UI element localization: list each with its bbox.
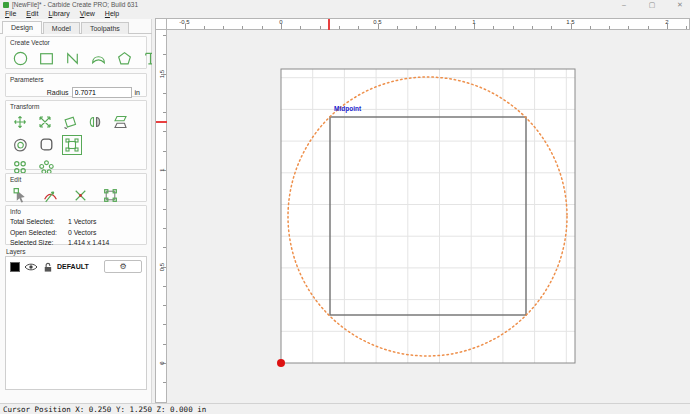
ruler-tick: [397, 26, 398, 29]
mirror-icon: [87, 114, 103, 130]
layers-title: Layers: [6, 248, 26, 255]
parameters-group: Parameters Radius in: [5, 73, 147, 97]
fillet-icon: [38, 136, 55, 153]
ruler-tick: [163, 344, 166, 345]
ruler-tick: [163, 93, 166, 94]
skew-tool-button[interactable]: [110, 112, 130, 132]
ruler-label: 1: [159, 165, 165, 175]
rectangle-icon: [38, 50, 55, 67]
app-logo-icon: [3, 2, 9, 8]
break-icon: [72, 187, 89, 204]
minimize-icon[interactable]: –: [618, 0, 630, 10]
close-icon[interactable]: ✕: [674, 0, 686, 10]
origin-marker: [277, 359, 285, 367]
stock-boundary: [281, 69, 575, 363]
tab-model[interactable]: Model: [43, 22, 80, 34]
ruler-tick: [163, 382, 166, 383]
radius-label: Radius: [47, 89, 69, 96]
trim-icon: [42, 187, 59, 204]
parameters-title: Parameters: [10, 76, 142, 83]
unlock-icon[interactable]: [42, 261, 53, 273]
mirror-tool-button[interactable]: [85, 112, 105, 132]
ruler-tick: [513, 26, 514, 29]
radius-input[interactable]: [72, 87, 132, 98]
offset-tool-button[interactable]: [10, 134, 31, 155]
edit-group: Edit: [5, 173, 147, 202]
carbide-create-window: [NewFile]* - Carbide Create PRO; Build 6…: [0, 0, 690, 414]
fillet-tool-button[interactable]: [36, 134, 57, 155]
drawing-canvas: [167, 30, 690, 403]
ruler-tick: [204, 26, 205, 29]
title-bar: [NewFile]* - Carbide Create PRO; Build 6…: [0, 0, 690, 10]
ruler-tick: [223, 26, 224, 29]
info-value: 0 Vectors: [68, 228, 96, 239]
ruler-tick: [435, 26, 436, 29]
cursor-position-readout: Cursor Position X: 0.250 Y: 1.250 Z: 0.0…: [0, 405, 206, 414]
polyline-icon: [64, 50, 81, 67]
maximize-icon[interactable]: ▢: [646, 0, 658, 10]
tab-toolpaths[interactable]: Toolpaths: [81, 22, 129, 34]
menu-help[interactable]: Help: [100, 10, 124, 18]
info-label: Open Selected:: [10, 228, 68, 239]
break-tool-button[interactable]: [70, 185, 91, 206]
ruler-tick: [609, 26, 610, 29]
info-value: 1 Vectors: [68, 217, 96, 228]
resize-tool-button[interactable]: [62, 135, 82, 155]
layer-color-swatch[interactable]: [10, 262, 20, 272]
gear-icon: ⚙: [119, 262, 126, 271]
ruler-tick: [242, 26, 243, 29]
ruler-tick: [300, 26, 301, 29]
edit-title: Edit: [10, 176, 142, 183]
ruler-tick: [416, 26, 417, 29]
info-label: Total Selected:: [10, 217, 68, 228]
info-value: 1.414 x 1.414: [68, 238, 109, 249]
ruler-label: 2: [665, 19, 668, 25]
menu-file[interactable]: File: [0, 10, 21, 18]
layer-row[interactable]: DEFAULT ⚙: [6, 257, 146, 276]
menu-view[interactable]: View: [75, 10, 100, 18]
ruler-tick: [686, 26, 687, 29]
ruler-tick: [455, 26, 456, 29]
scale-icon: [37, 114, 53, 130]
layer-settings-button[interactable]: ⚙: [104, 260, 142, 273]
eye-icon[interactable]: [24, 262, 38, 272]
layers-panel: DEFAULT ⚙: [5, 256, 147, 390]
move-tool-button[interactable]: [10, 112, 30, 132]
circle-tool-button[interactable]: [10, 48, 31, 69]
node-edit-tool-button[interactable]: [10, 185, 31, 206]
snap-hint-label: Midpoint: [334, 105, 361, 112]
ruler-tick: [163, 324, 166, 325]
ruler-tick: [163, 54, 166, 55]
scale-tool-button[interactable]: [35, 112, 55, 132]
tab-design[interactable]: Design: [2, 21, 42, 34]
ruler-label: 0.5: [373, 19, 381, 25]
rectangle-tool-button[interactable]: [36, 48, 57, 69]
ruler-tick: [262, 26, 263, 29]
ruler-tick: [163, 131, 166, 132]
ruler-horizontal: -0.500.511.52: [167, 18, 690, 30]
sidebar-tabs: DesignModelToolpaths: [0, 21, 152, 34]
menu-bar: FileEditLibraryViewHelp: [0, 10, 690, 18]
curve-icon: [90, 50, 107, 67]
menu-edit[interactable]: Edit: [21, 10, 43, 18]
ruler-label: 1.5: [566, 19, 574, 25]
ruler-tick: [163, 35, 166, 36]
curve-tool-button[interactable]: [88, 48, 109, 69]
node-edit-icon: [12, 187, 29, 204]
drawing-viewport[interactable]: Midpoint: [167, 30, 690, 403]
window-controls: – ▢ ✕: [618, 0, 686, 10]
polygon-tool-button[interactable]: [114, 48, 135, 69]
ruler-tick: [163, 247, 166, 248]
info-label: Selected Size:: [10, 238, 68, 249]
menu-library[interactable]: Library: [43, 10, 74, 18]
window-title: [NewFile]* - Carbide Create PRO; Build 6…: [12, 1, 138, 8]
ruler-tick: [163, 189, 166, 190]
radius-unit: in: [135, 89, 140, 96]
resize-icon: [64, 137, 80, 153]
polyline-tool-button[interactable]: [62, 48, 83, 69]
trim-tool-button[interactable]: [40, 185, 61, 206]
ruler-tick: [163, 228, 166, 229]
ruler-label: 0: [159, 358, 165, 368]
rotate-tool-button[interactable]: [60, 112, 80, 132]
join-tool-button[interactable]: [100, 185, 121, 206]
